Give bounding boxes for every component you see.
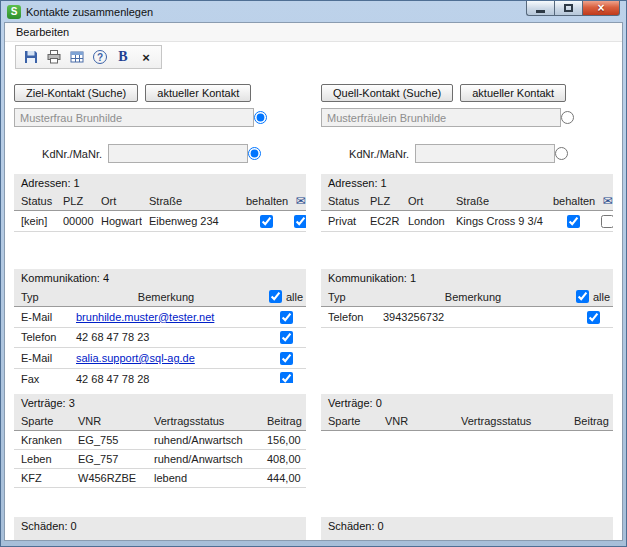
komm-row-checkbox[interactable]	[587, 311, 600, 324]
source-name-radio[interactable]	[561, 111, 574, 124]
col-sparte: Sparte	[14, 412, 71, 431]
col-strasse: Straße	[449, 192, 551, 211]
table-row: Leben EG_757 ruhend/Anwartsch 408,00	[14, 450, 306, 469]
addr-keep-checkbox[interactable]	[260, 215, 273, 228]
target-communication-table: Typ Bemerkung alle E-Mail brunhilde.must…	[14, 287, 306, 383]
alle-label: alle	[286, 291, 303, 303]
table-row: [kein] 00000 Hogwarts Eibenweg 234	[14, 211, 306, 232]
col-sparte: Sparte	[14, 535, 71, 541]
main-content: Ziel-Kontakt (Suche) aktueller Kontakt K…	[5, 72, 622, 541]
addr-mail-checkbox[interactable]	[294, 215, 306, 228]
target-claims-table: Sparte VNR Schaden Nr Betrag	[14, 535, 306, 541]
target-name-field[interactable]	[14, 108, 254, 127]
col-sparte: Sparte	[321, 412, 378, 431]
target-current-contact-button[interactable]: aktueller Kontakt	[145, 84, 251, 102]
contract-sparte: Kranken	[14, 431, 71, 450]
col-typ: Typ	[321, 287, 376, 307]
col-vnr: VNR	[378, 535, 454, 541]
addr-mail-checkbox[interactable]	[601, 215, 613, 228]
toolbar-close-icon[interactable]: ×	[138, 49, 154, 65]
contract-beitrag: 408,00	[260, 450, 306, 469]
close-button[interactable]: ×	[582, 1, 620, 16]
col-bemerkung: Bemerkung	[376, 287, 567, 307]
komm-row-checkbox[interactable]	[280, 331, 293, 344]
source-claims-table: Sparte VNR Schaden Nr Betrag	[321, 535, 613, 541]
section-title: Kommunikation: 1	[321, 269, 613, 287]
col-betrag: Betrag	[567, 535, 613, 541]
source-search-button[interactable]: Quell-Kontakt (Suche)	[321, 84, 453, 102]
section-title: Schäden: 0	[321, 517, 613, 535]
target-communication-section: Kommunikation: 4 Typ Bemerkung alle E-Ma…	[14, 269, 306, 383]
addr-strasse: Kings Cross 9 3/4	[449, 211, 551, 232]
col-sparte: Sparte	[321, 535, 378, 541]
target-search-button[interactable]: Ziel-Kontakt (Suche)	[14, 84, 138, 102]
komm-typ: E-Mail	[14, 307, 69, 328]
section-title: Verträge: 3	[14, 394, 306, 412]
contract-beitrag: 156,00	[260, 431, 306, 450]
target-addresses-table: Status PLZ Ort Straße behalten ✉ [kein] …	[14, 192, 306, 232]
col-status: Status	[321, 192, 363, 211]
target-button-row: Ziel-Kontakt (Suche) aktueller Kontakt	[14, 84, 306, 102]
target-kdnr-radio[interactable]	[248, 147, 261, 160]
select-all-checkbox[interactable]	[269, 290, 282, 303]
komm-bemerkung: 42 68 47 78 28	[69, 368, 260, 383]
toolbar-group: ? B ×	[15, 45, 162, 69]
komm-bemerkung: 42 68 47 78 23	[69, 327, 260, 348]
table-row: Privat EC2R London Kings Cross 9 3/4	[321, 211, 613, 232]
maximize-button[interactable]	[554, 1, 582, 16]
target-kdnr-label: KdNr./MaNr.	[14, 148, 102, 160]
email-link[interactable]: brunhilde.muster@tester.net	[76, 311, 214, 323]
col-beitrag: Beitrag	[260, 412, 306, 431]
source-name-field[interactable]	[321, 108, 561, 127]
email-link[interactable]: salia.support@sql-ag.de	[76, 352, 195, 364]
komm-row-checkbox[interactable]	[280, 311, 293, 324]
contract-vnr: EG_755	[71, 431, 147, 450]
table-icon[interactable]	[69, 49, 85, 65]
source-button-row: Quell-Kontakt (Suche) aktueller Kontakt	[321, 84, 613, 102]
table-row: Fax 42 68 47 78 28	[14, 368, 306, 383]
komm-typ: Telefon	[321, 307, 376, 328]
source-current-contact-button[interactable]: aktueller Kontakt	[460, 84, 566, 102]
col-vnr: VNR	[71, 535, 147, 541]
source-addresses-section: Adressen: 1 Status PLZ Ort Straße behalt…	[321, 174, 613, 258]
target-contact-panel: Ziel-Kontakt (Suche) aktueller Kontakt K…	[14, 72, 306, 541]
source-kdnr-field[interactable]	[415, 144, 555, 163]
source-kdnr-radio[interactable]	[555, 147, 568, 160]
target-name-row	[14, 108, 306, 127]
source-contracts-table: Sparte VNR Vertragsstatus Beitrag	[321, 412, 613, 431]
menubar: Bearbeiten	[5, 23, 622, 42]
minimize-button[interactable]	[526, 1, 554, 16]
target-contracts-section: Verträge: 3 Sparte VNR Vertragsstatus Be…	[14, 394, 306, 506]
minimize-icon	[536, 10, 545, 13]
target-kdnr-row: KdNr./MaNr.	[14, 144, 306, 163]
contract-status: ruhend/Anwartsch	[147, 431, 260, 450]
source-name-row	[321, 108, 613, 127]
target-addresses-section: Adressen: 1 Status PLZ Ort Straße behalt…	[14, 174, 306, 258]
target-kdnr-field[interactable]	[108, 144, 248, 163]
dialog-body: Bearbeiten ? B × Zi	[4, 22, 623, 541]
print-icon[interactable]	[46, 49, 62, 65]
section-title: Adressen: 1	[321, 174, 613, 192]
source-kdnr-label: KdNr./MaNr.	[321, 148, 409, 160]
col-schaden-nr: Schaden Nr	[147, 535, 260, 541]
target-name-radio[interactable]	[254, 111, 267, 124]
komm-row-checkbox[interactable]	[280, 372, 293, 383]
section-title: Adressen: 1	[14, 174, 306, 192]
source-communication-table: Typ Bemerkung alle Telefon 3943256732	[321, 287, 613, 328]
help-icon[interactable]: ?	[92, 49, 108, 65]
bold-icon[interactable]: B	[115, 49, 131, 65]
addr-keep-checkbox[interactable]	[567, 215, 580, 228]
source-contact-panel: Quell-Kontakt (Suche) aktueller Kontakt …	[321, 72, 613, 541]
menu-bearbeiten[interactable]: Bearbeiten	[11, 25, 74, 39]
window-title: Kontakte zusammenlegen	[26, 6, 153, 18]
contract-vnr: EG_757	[71, 450, 147, 469]
save-icon[interactable]	[23, 49, 39, 65]
table-row: E-Mail brunhilde.muster@tester.net	[14, 307, 306, 328]
addr-ort: London	[401, 211, 449, 232]
komm-row-checkbox[interactable]	[280, 352, 293, 365]
col-status: Status	[14, 192, 56, 211]
select-all-checkbox[interactable]	[576, 290, 589, 303]
section-title: Verträge: 0	[321, 394, 613, 412]
komm-typ: Fax	[14, 368, 69, 383]
komm-typ: E-Mail	[14, 348, 69, 369]
